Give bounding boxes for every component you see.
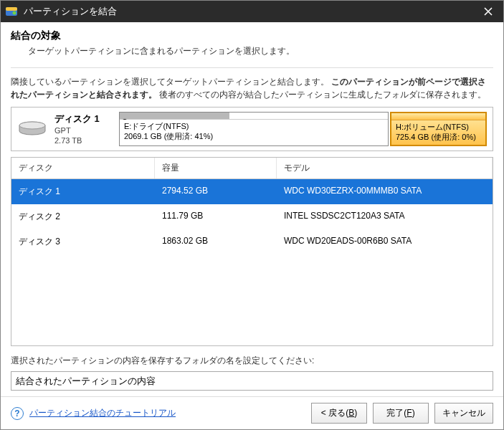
titlebar: パーティションを結合 bbox=[1, 1, 503, 22]
disk-name: ディスク 1 bbox=[54, 113, 112, 125]
col-capacity[interactable]: 容量 bbox=[155, 158, 277, 178]
col-model[interactable]: モデル bbox=[277, 158, 493, 178]
partition-detail: 2069.1 GB (使用済: 41%) bbox=[124, 131, 384, 141]
partition-map: ✓ E:ドライブ(NTFS) 2069.1 GB (使用済: 41%) H:ボリ… bbox=[119, 112, 487, 146]
disk-layout: ディスク 1 GPT 2.73 TB ✓ E:ドライブ(NTFS) 2069.1… bbox=[11, 107, 493, 151]
disk-info: ディスク 1 GPT 2.73 TB bbox=[54, 113, 112, 146]
finish-button[interactable]: 完了(F) bbox=[373, 403, 429, 424]
disk-icon bbox=[17, 118, 47, 140]
tutorial-link[interactable]: パーティション結合のチュートリアル bbox=[29, 407, 176, 419]
folder-label: 選択されたパーティションの内容を保存するフォルダの名を設定してください: bbox=[11, 355, 493, 367]
divider bbox=[11, 67, 493, 68]
table-row[interactable]: ディスク 31863.02 GBWDC WD20EADS-00R6B0 SATA bbox=[11, 229, 493, 254]
section-subtitle: ターゲットパーティションに含まれるパーティションを選択します。 bbox=[28, 45, 493, 57]
col-disk[interactable]: ディスク bbox=[11, 158, 155, 178]
table-row[interactable]: ディスク 12794.52 GBWDC WD30EZRX-00MMMB0 SAT… bbox=[11, 179, 493, 204]
partition-label: E:ドライブ(NTFS) bbox=[124, 121, 384, 131]
window-title: パーティションを結合 bbox=[24, 5, 477, 18]
footer: ? パーティション結合のチュートリアル < 戻る(B) 完了(F) キャンセル bbox=[1, 396, 503, 429]
partition-e[interactable]: ✓ E:ドライブ(NTFS) 2069.1 GB (使用済: 41%) bbox=[119, 112, 389, 146]
folder-name-input[interactable] bbox=[11, 371, 493, 391]
arrow-up-icon bbox=[444, 145, 464, 146]
cancel-button[interactable]: キャンセル bbox=[434, 403, 493, 424]
close-button[interactable] bbox=[477, 1, 499, 22]
app-icon bbox=[5, 5, 18, 18]
disk-size: 2.73 TB bbox=[54, 135, 112, 145]
help-icon[interactable]: ? bbox=[11, 407, 24, 420]
svg-rect-1 bbox=[6, 7, 17, 11]
instruction-text: 隣接しているパーティションを選択してターゲットパーティションと結合します。 この… bbox=[11, 75, 493, 101]
section-title: 結合の対象 bbox=[11, 29, 493, 42]
disk-table: ディスク 容量 モデル ディスク 12794.52 GBWDC WD30EZRX… bbox=[11, 157, 493, 346]
partition-label: H:ボリューム(NTFS) bbox=[396, 122, 481, 132]
table-row[interactable]: ディスク 2111.79 GBINTEL SSDSC2CT120A3 SATA bbox=[11, 204, 493, 229]
table-header: ディスク 容量 モデル bbox=[11, 158, 493, 179]
close-icon bbox=[484, 7, 493, 16]
svg-point-2 bbox=[13, 11, 16, 15]
partition-h[interactable]: H:ボリューム(NTFS) 725.4 GB (使用済: 0%) bbox=[390, 112, 487, 146]
svg-point-4 bbox=[19, 122, 45, 129]
disk-scheme: GPT bbox=[54, 125, 112, 135]
partition-detail: 725.4 GB (使用済: 0%) bbox=[396, 132, 481, 142]
back-button[interactable]: < 戻る(B) bbox=[311, 403, 367, 424]
